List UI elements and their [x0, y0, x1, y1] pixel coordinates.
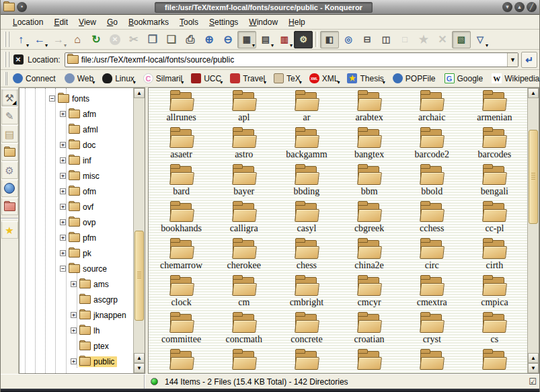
menu-bookmarks[interactable]: Bookmarks — [123, 16, 174, 28]
bookmark-linux[interactable]: Linux▾ — [100, 72, 139, 85]
folder-ar[interactable]: ar — [275, 92, 338, 129]
show-sidebar-button[interactable]: ◧ — [320, 31, 339, 48]
folder-cchess[interactable]: cchess — [401, 203, 463, 240]
bookmark-wikipedia[interactable]: WWikipedia — [489, 72, 540, 85]
tree-item-afml[interactable]: afml — [20, 122, 133, 137]
folder-chess[interactable]: chess — [275, 240, 338, 277]
new-tab-button[interactable]: ★ — [414, 31, 433, 48]
folder-barcodes[interactable]: barcodes — [463, 129, 526, 166]
toolbar-handle[interactable] — [5, 52, 9, 67]
folder-astro[interactable]: astro — [213, 129, 275, 166]
tree-item-pk[interactable]: +pk — [20, 245, 133, 261]
multicolumn-view-button[interactable]: ▥▾ — [275, 31, 294, 48]
expand-icon[interactable]: + — [71, 281, 77, 287]
folder-partial[interactable] — [150, 351, 213, 373]
folder-bangtex[interactable]: bangtex — [338, 129, 400, 166]
expand-icon[interactable]: + — [60, 250, 66, 256]
folder-concrete[interactable]: concrete — [275, 314, 338, 351]
sidebar-tab-bookmarks[interactable]: ★ — [1, 221, 18, 239]
toolbar-handle[interactable] — [5, 72, 7, 85]
menu-location[interactable]: Location — [7, 16, 48, 28]
scroll-up-button[interactable]: ▲ — [134, 353, 145, 363]
tree-item-jknappen[interactable]: +jknappen — [20, 307, 133, 323]
forward-button[interactable]: →▾ — [49, 31, 68, 48]
sidebar-tab-sidebar-config[interactable]: ⚒◢ — [1, 89, 18, 106]
overwrite-mode-icon[interactable]: ☑ — [529, 377, 537, 387]
scroll-down-button[interactable]: ▼ — [528, 363, 539, 373]
bookmark-thesis[interactable]: ★Thesis▾ — [344, 72, 388, 85]
close-tab-button[interactable]: ✕ — [433, 31, 452, 48]
split-horizontal-button[interactable]: ⊟ — [358, 31, 377, 48]
scroll-down-button[interactable]: ▼ — [134, 363, 145, 373]
folder-concmath[interactable]: concmath — [213, 314, 275, 351]
zoom-out-button[interactable]: ⊖ — [219, 31, 237, 48]
expand-icon[interactable]: + — [60, 173, 66, 179]
folder-partial[interactable] — [401, 351, 463, 373]
cut-button[interactable]: ✂ — [124, 31, 143, 48]
folder-bbold[interactable]: bbold — [401, 166, 463, 203]
tree-item-ams[interactable]: +ams — [20, 276, 133, 292]
bookmark-connect[interactable]: Connect — [10, 72, 61, 85]
close-button[interactable]: ╱ — [527, 2, 537, 12]
sidebar-tab-history[interactable]: ▤ — [1, 125, 18, 143]
folder-armenian[interactable]: armenian — [463, 92, 526, 129]
expand-icon[interactable]: + — [60, 235, 66, 241]
tree-item-pfm[interactable]: +pfm — [20, 230, 133, 245]
menu-settings[interactable]: Settings — [204, 16, 243, 28]
expand-icon[interactable]: + — [60, 157, 66, 163]
scrollbar-thumb[interactable] — [134, 231, 144, 321]
folder-bengali[interactable]: bengali — [463, 166, 526, 203]
sticky-button[interactable]: • — [17, 2, 27, 12]
folder-arabtex[interactable]: arabtex — [338, 92, 400, 129]
tree-item-ovf[interactable]: +ovf — [20, 199, 133, 214]
split-vertical-button[interactable]: ◫ — [377, 31, 395, 48]
expand-icon[interactable]: + — [71, 312, 77, 318]
location-input[interactable] — [81, 53, 507, 67]
folder-clock[interactable]: clock — [150, 277, 213, 314]
folder-croatian[interactable]: croatian — [338, 314, 400, 351]
expand-icon[interactable]: + — [60, 204, 66, 210]
print-button[interactable]: ⎙ — [181, 31, 200, 48]
icon-view-button[interactable]: ▦▾ — [237, 31, 256, 48]
collapse-icon[interactable]: − — [49, 95, 55, 102]
folder-cmbright[interactable]: cmbright — [275, 277, 338, 314]
folder-committee[interactable]: committee — [150, 314, 213, 351]
tree-item-misc[interactable]: +misc — [20, 168, 133, 184]
expand-icon[interactable]: + — [60, 142, 66, 148]
bookmark-web[interactable]: Web▾ — [62, 72, 98, 85]
find-file-button[interactable]: ◎ — [339, 31, 358, 48]
reload-button[interactable]: ↻ — [87, 31, 106, 48]
title-bar[interactable]: • file:/usr/TeX/texmf-local/fonts/source… — [1, 0, 539, 15]
menu-help[interactable]: Help — [283, 16, 311, 28]
folder-partial[interactable] — [463, 351, 526, 373]
expand-icon[interactable]: + — [60, 219, 66, 225]
folder-allrunes[interactable]: allrunes — [150, 92, 213, 129]
home-button[interactable]: ⌂ — [68, 31, 87, 48]
bookmark-ucc[interactable]: UCC▾ — [188, 72, 226, 85]
konqueror-gear-button[interactable]: ⚙ — [294, 31, 313, 48]
maximize-button[interactable]: ▴ — [514, 2, 525, 12]
expand-icon[interactable]: + — [60, 188, 66, 194]
folder-cmcyr[interactable]: cmcyr — [338, 277, 400, 314]
zoom-in-button[interactable]: ⊕ — [200, 31, 219, 48]
expand-icon[interactable]: + — [71, 327, 77, 334]
folder-bayer[interactable]: bayer — [213, 166, 275, 203]
menu-view[interactable]: View — [73, 16, 102, 28]
scroll-up-button[interactable]: ▲ — [134, 88, 145, 98]
folder-casyl[interactable]: casyl — [275, 203, 338, 240]
folder-bard[interactable]: bard — [150, 166, 213, 203]
collapse-icon[interactable]: − — [60, 266, 66, 272]
bookmark-silmaril[interactable]: CSilmaril▾ — [141, 72, 187, 85]
sidebar-tab-root-folder[interactable] — [1, 198, 18, 215]
folder-backgamm[interactable]: backgamm — [275, 129, 338, 166]
sidebar-tab-services[interactable]: ⚙ — [1, 161, 18, 179]
folder-bbm[interactable]: bbm — [338, 166, 400, 203]
folder-bbding[interactable]: bbding — [275, 166, 338, 203]
folder-archaic[interactable]: archaic — [401, 92, 463, 129]
back-button[interactable]: ←▾ — [30, 31, 49, 48]
minimize-button[interactable]: ▾ — [502, 2, 512, 12]
tree-item-fonts[interactable]: −fonts — [20, 91, 133, 106]
menu-tools[interactable]: Tools — [174, 16, 204, 28]
folder-cbgreek[interactable]: cbgreek — [338, 203, 400, 240]
folder-asaetr[interactable]: asaetr — [150, 129, 213, 166]
